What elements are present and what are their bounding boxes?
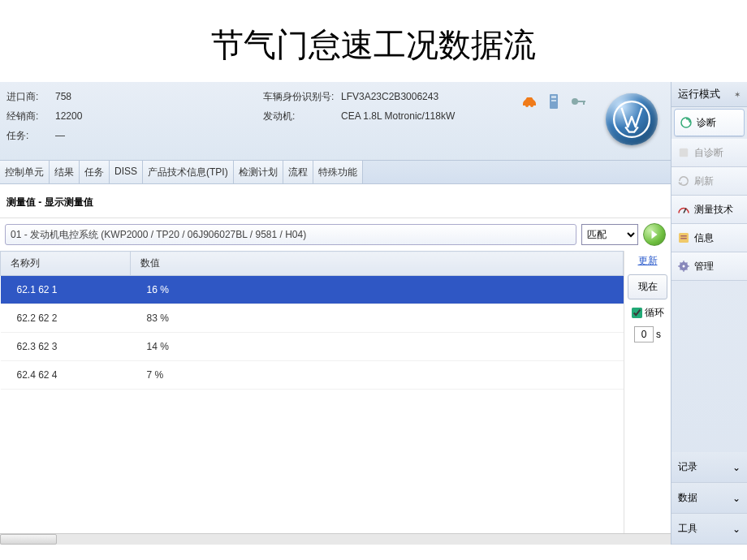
tab-process[interactable]: 流程 xyxy=(283,161,313,183)
info-value: 12200 xyxy=(55,108,82,124)
page-title: 节气门怠速工况数据流 xyxy=(0,0,747,82)
cell-name: 62.4 62 4 xyxy=(1,361,131,390)
table-row[interactable]: 62.2 62 283 % xyxy=(1,304,624,333)
loop-label: 循环 xyxy=(645,306,664,320)
ctrl-panel: 更新 现在 循环 s xyxy=(624,251,671,533)
svg-point-14 xyxy=(683,265,685,268)
app-shell: 进口商:758 经销商:12200 任务:— 车辆身份识别号:LFV3A23C2… xyxy=(0,82,747,545)
tab-special[interactable]: 特殊功能 xyxy=(313,161,363,183)
now-button[interactable]: 现在 xyxy=(628,274,667,299)
table-row[interactable]: 62.1 62 116 % xyxy=(1,276,624,304)
tabstrip: 控制单元 结果 任务 DISS 产品技术信息(TPI) 检测计划 流程 特殊功能 xyxy=(0,160,671,184)
car-icon xyxy=(520,92,539,111)
sidebar-item-info[interactable]: 信息 xyxy=(671,224,747,252)
sidebar: 运行模式 ✶ 诊断自诊断刷新测量技术信息管理 记录⌄ 数据⌄ 工具⌄ xyxy=(671,82,747,545)
go-button[interactable] xyxy=(643,223,666,246)
brand-logo xyxy=(599,88,664,150)
cell-value: 16 % xyxy=(131,276,624,304)
cell-name: 62.1 62 1 xyxy=(1,276,131,304)
sidebar-item-measure-tech[interactable]: 测量技术 xyxy=(671,196,747,224)
cell-value: 83 % xyxy=(131,304,624,333)
info-value: CEA 1.8L Motronic/118kW xyxy=(341,108,455,124)
sidebar-item-label: 信息 xyxy=(694,231,714,245)
tab-task[interactable]: 任务 xyxy=(80,161,110,183)
section-record[interactable]: 记录⌄ xyxy=(671,452,747,483)
measure-tech-icon xyxy=(676,202,691,217)
info-icon xyxy=(676,230,691,245)
sidebar-item-label: 管理 xyxy=(694,260,714,274)
key-icon xyxy=(568,92,588,111)
section-data[interactable]: 数据⌄ xyxy=(671,483,747,514)
info-value: LFV3A23C2B3006243 xyxy=(341,88,438,105)
section-tool[interactable]: 工具⌄ xyxy=(671,514,747,545)
chevron-icon: ✶ xyxy=(734,90,741,99)
cell-name: 62.3 62 3 xyxy=(1,333,131,361)
svg-rect-5 xyxy=(583,101,585,105)
diagnosis-icon xyxy=(679,115,693,130)
svg-rect-1 xyxy=(551,96,556,98)
loop-checkbox[interactable]: 循环 xyxy=(628,306,667,320)
info-label: 经销商: xyxy=(6,108,55,124)
server-icon xyxy=(544,92,563,111)
info-value: — xyxy=(55,127,65,144)
svg-rect-11 xyxy=(680,235,687,237)
h-scrollbar[interactable] xyxy=(0,533,671,545)
sidebar-item-refresh: 刷新 xyxy=(671,167,747,196)
interval-unit: s xyxy=(656,329,661,340)
match-select[interactable]: 匹配 xyxy=(581,224,638,245)
info-value: 758 xyxy=(55,88,71,105)
mode-label: 运行模式 xyxy=(678,87,720,101)
cell-value: 14 % xyxy=(131,333,624,361)
sidebar-item-label: 自诊断 xyxy=(694,146,723,160)
svg-point-3 xyxy=(572,98,578,105)
loop-check-input[interactable] xyxy=(632,308,642,318)
refresh-icon xyxy=(676,174,691,188)
sidebar-item-label: 测量技术 xyxy=(694,203,733,217)
info-label: 车辆身份识别号: xyxy=(263,88,341,105)
col-value[interactable]: 数值 xyxy=(131,252,624,276)
sidebar-item-diagnosis[interactable]: 诊断 xyxy=(674,109,745,137)
cell-name: 62.2 62 2 xyxy=(1,304,131,333)
info-label: 任务: xyxy=(6,127,55,144)
info-label: 进口商: xyxy=(6,88,55,105)
svg-rect-8 xyxy=(680,149,689,157)
update-link[interactable]: 更新 xyxy=(628,254,667,268)
svg-rect-12 xyxy=(680,238,687,239)
tab-diss[interactable]: DISS xyxy=(110,161,143,183)
header-info: 进口商:758 经销商:12200 任务:— 车辆身份识别号:LFV3A23C2… xyxy=(0,82,671,160)
cell-value: 7 % xyxy=(131,361,624,390)
sidebar-item-label: 刷新 xyxy=(694,174,714,188)
svg-rect-2 xyxy=(551,100,556,101)
tab-control-unit[interactable]: 控制单元 xyxy=(0,161,50,183)
sidebar-item-self-diagnosis: 自诊断 xyxy=(671,139,747,167)
interval-input[interactable] xyxy=(634,326,654,342)
table-row[interactable]: 62.3 62 314 % xyxy=(1,333,624,361)
table-row[interactable]: 62.4 62 47 % xyxy=(1,361,624,390)
tab-test-plan[interactable]: 检测计划 xyxy=(234,161,283,183)
system-select[interactable]: 01 - 发动机电控系统 (KWP2000 / TP20 / 06J906027… xyxy=(5,224,576,245)
tab-result[interactable]: 结果 xyxy=(50,161,80,183)
measure-title: 测量值 - 显示测量值 xyxy=(0,184,671,218)
sidebar-item-label: 诊断 xyxy=(697,116,716,130)
mode-header[interactable]: 运行模式 ✶ xyxy=(671,82,747,107)
col-name[interactable]: 名称列 xyxy=(1,252,131,276)
info-label: 发动机: xyxy=(263,108,341,124)
data-table: 名称列 数值 62.1 62 116 %62.2 62 283 %62.3 62… xyxy=(0,251,624,390)
tab-tpi[interactable]: 产品技术信息(TPI) xyxy=(143,161,234,183)
sidebar-item-manage[interactable]: 管理 xyxy=(671,252,747,281)
manage-icon xyxy=(676,259,691,274)
self-diagnosis-icon xyxy=(676,145,691,160)
